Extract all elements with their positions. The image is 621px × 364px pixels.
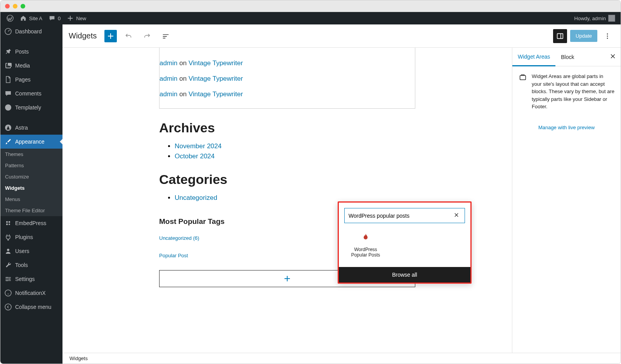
close-settings-button[interactable] bbox=[605, 48, 621, 66]
submenu-item-widgets[interactable]: Widgets bbox=[0, 182, 62, 194]
account-menu[interactable]: Howdy, admin bbox=[574, 15, 618, 22]
redo-button[interactable] bbox=[140, 29, 154, 43]
block-result-label: WordPress Popular Posts bbox=[346, 247, 385, 258]
sidebar-item-plugins[interactable]: Plugins bbox=[0, 230, 62, 244]
sidebar-item-label: Tools bbox=[15, 262, 28, 268]
brush-icon bbox=[4, 138, 12, 146]
svg-point-7 bbox=[7, 280, 8, 281]
sidebar-item-appearance[interactable]: Appearance bbox=[0, 135, 62, 149]
submenu-item-themes[interactable]: Themes bbox=[0, 149, 62, 160]
sidebar-item-templately[interactable]: Templately bbox=[0, 101, 62, 114]
undo-icon bbox=[124, 32, 133, 40]
svg-point-13 bbox=[607, 38, 608, 39]
comment-bubble-icon bbox=[49, 15, 56, 22]
sidebar-item-notificationx[interactable]: NotificationX bbox=[0, 286, 62, 300]
sidebar-item-label: Users bbox=[15, 248, 29, 254]
category-link[interactable]: Uncategorized bbox=[175, 194, 217, 201]
redo-icon bbox=[143, 32, 151, 40]
inserter-search-input[interactable] bbox=[349, 213, 452, 219]
plus-icon bbox=[283, 274, 292, 283]
svg-rect-14 bbox=[520, 76, 526, 80]
sidebar-item-users[interactable]: Users bbox=[0, 244, 62, 258]
clear-search-button[interactable] bbox=[452, 211, 461, 220]
submenu-item-patterns[interactable]: Patterns bbox=[0, 160, 62, 171]
manage-live-preview-link[interactable]: Manage with live preview bbox=[512, 125, 621, 130]
browse-all-button[interactable]: Browse all bbox=[339, 267, 470, 283]
add-block-button[interactable] bbox=[104, 30, 117, 42]
comment-post-link[interactable]: Vintage Typewriter bbox=[189, 90, 243, 98]
maximize-window-button[interactable] bbox=[21, 4, 25, 9]
widget-area-icon bbox=[519, 73, 527, 82]
svg-point-9 bbox=[5, 304, 11, 310]
comment-author-link[interactable]: admin bbox=[160, 59, 177, 67]
comment-author-link[interactable]: admin bbox=[160, 75, 177, 82]
media-icon bbox=[4, 62, 12, 69]
block-inserter-popup: WordPress Popular Posts Browse all bbox=[338, 201, 472, 284]
site-name-label: Site A bbox=[29, 16, 42, 21]
archive-item: November 2024 bbox=[175, 142, 415, 150]
block-result-wordpress-popular-posts[interactable]: WordPress Popular Posts bbox=[344, 229, 387, 262]
comments-menu[interactable]: 0 bbox=[45, 12, 64, 24]
sidebar-item-astra[interactable]: Astra bbox=[0, 121, 62, 135]
appearance-submenu: Themes Patterns Customize Widgets Menus … bbox=[0, 149, 62, 216]
submenu-item-customize[interactable]: Customize bbox=[0, 171, 62, 182]
sidebar-item-dashboard[interactable]: Dashboard bbox=[0, 24, 62, 38]
sidebar-item-embedpress[interactable]: EmbedPress bbox=[0, 216, 62, 230]
howdy-label: Howdy, admin bbox=[574, 16, 606, 21]
sidebar-item-label: Templately bbox=[15, 104, 41, 111]
new-label: New bbox=[76, 16, 86, 21]
category-item: Uncategorized bbox=[175, 194, 415, 202]
avatar-icon bbox=[608, 15, 615, 22]
archive-link[interactable]: November 2024 bbox=[175, 142, 222, 150]
minimize-window-button[interactable] bbox=[13, 4, 17, 9]
comment-item: admin on Vintage Typewriter bbox=[160, 71, 415, 87]
svg-rect-10 bbox=[557, 33, 563, 38]
sidebar-item-settings[interactable]: Settings bbox=[0, 272, 62, 286]
sidebar-item-media[interactable]: Media bbox=[0, 59, 62, 73]
sidebar-item-pages[interactable]: Pages bbox=[0, 73, 62, 87]
templately-icon bbox=[4, 104, 12, 111]
home-icon bbox=[20, 15, 27, 22]
update-button[interactable]: Update bbox=[570, 30, 597, 42]
options-button[interactable] bbox=[600, 29, 614, 43]
plug-icon bbox=[4, 233, 12, 241]
breadcrumb-item[interactable]: Widgets bbox=[69, 355, 88, 361]
comment-post-link[interactable]: Vintage Typewriter bbox=[189, 75, 243, 82]
sidebar-item-label: Dashboard bbox=[15, 28, 42, 35]
settings-description: Widget Areas are global parts in your si… bbox=[532, 73, 614, 111]
tab-widget-areas[interactable]: Widget Areas bbox=[512, 48, 555, 66]
site-name-menu[interactable]: Site A bbox=[17, 12, 45, 24]
svg-point-5 bbox=[7, 277, 8, 278]
close-window-button[interactable] bbox=[5, 4, 10, 9]
comment-author-link[interactable]: admin bbox=[160, 90, 177, 98]
submenu-item-menus[interactable]: Menus bbox=[0, 194, 62, 205]
document-overview-button[interactable] bbox=[159, 29, 173, 43]
svg-point-12 bbox=[607, 35, 608, 36]
svg-point-8 bbox=[5, 290, 11, 296]
flame-icon bbox=[361, 232, 370, 242]
page-title: Widgets bbox=[69, 31, 97, 40]
sidebar-item-label: NotificationX bbox=[15, 290, 46, 296]
sidebar-item-label: Media bbox=[15, 62, 30, 69]
sidebar-item-collapse[interactable]: Collapse menu bbox=[0, 300, 62, 314]
tab-block[interactable]: Block bbox=[555, 49, 579, 66]
comment-post-link[interactable]: Vintage Typewriter bbox=[189, 59, 243, 67]
inserter-search-input-wrapper bbox=[344, 208, 465, 223]
undo-button[interactable] bbox=[121, 29, 135, 43]
archive-link[interactable]: October 2024 bbox=[175, 153, 215, 160]
comments-icon bbox=[4, 90, 12, 97]
settings-toggle-button[interactable] bbox=[553, 29, 567, 43]
sidebar-item-label: Astra bbox=[15, 125, 28, 131]
submenu-item-theme-file-editor[interactable]: Theme File Editor bbox=[0, 205, 62, 216]
sidebar-toggle-icon bbox=[556, 32, 564, 40]
sidebar-item-tools[interactable]: Tools bbox=[0, 258, 62, 272]
new-content-menu[interactable]: New bbox=[64, 12, 89, 24]
sidebar-item-posts[interactable]: Posts bbox=[0, 45, 62, 59]
editor-canvas[interactable]: admin on Vintage Typewriter admin on Vin… bbox=[62, 48, 512, 353]
recent-comments-block[interactable]: admin on Vintage Typewriter admin on Vin… bbox=[159, 48, 415, 109]
wp-logo-menu[interactable] bbox=[3, 12, 17, 24]
editor-toolbar: Widgets bbox=[62, 24, 621, 48]
sidebar-item-label: Comments bbox=[15, 90, 42, 97]
embedpress-icon bbox=[4, 219, 12, 227]
sidebar-item-comments[interactable]: Comments bbox=[0, 87, 62, 101]
